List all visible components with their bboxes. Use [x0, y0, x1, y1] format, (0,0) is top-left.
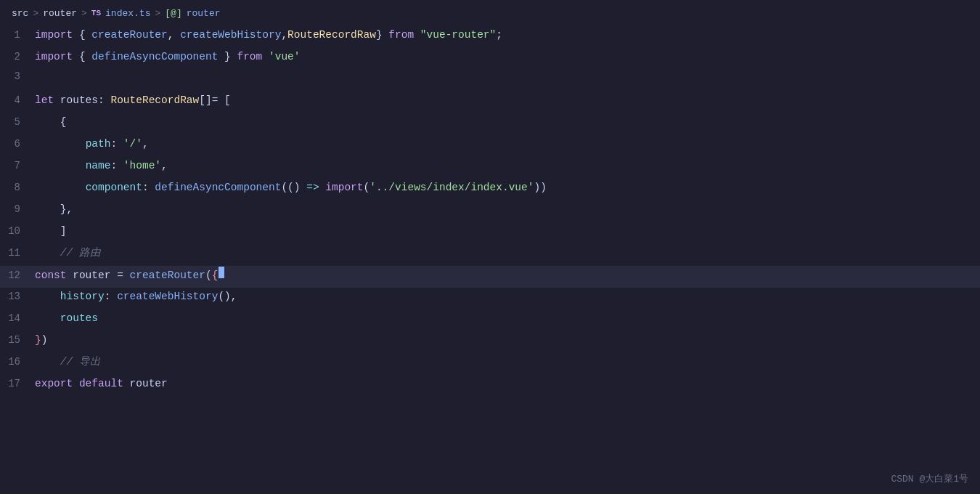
code-lines: 1import { createRouter, createWebHistory… — [0, 26, 980, 397]
breadcrumb-sep2: > — [81, 8, 87, 19]
code-line: 4let routes: RouteRecordRaw[]= [ — [0, 92, 980, 113]
token-plain: ) — [41, 332, 48, 349]
token-plain — [54, 92, 60, 109]
breadcrumb-sep3: > — [155, 8, 160, 19]
token-plain: []= [ — [199, 92, 231, 109]
line-number: 15 — [0, 334, 35, 346]
code-line: 6 path: '/', — [0, 135, 980, 157]
token-type: RouteRecordRaw — [287, 27, 376, 44]
token-kw: import — [35, 27, 73, 44]
token-plain — [67, 267, 73, 284]
code-line: 8 component: defineAsyncComponent(() => … — [0, 179, 980, 201]
cursor — [219, 267, 224, 278]
line-number: 2 — [0, 51, 35, 62]
token-plain: = — [110, 267, 129, 284]
token-plain: } — [218, 49, 237, 65]
token-prop: history — [60, 288, 105, 305]
token-fn: createRouter — [91, 27, 167, 44]
code-line: 15}) — [0, 331, 980, 353]
code-line: 1import { createRouter, createWebHistory… — [0, 26, 980, 48]
token-prop: name — [86, 158, 111, 174]
token-plain — [414, 27, 420, 44]
token-plain: : — [110, 136, 123, 153]
token-plain: : — [142, 179, 155, 196]
line-number: 10 — [0, 225, 35, 237]
token-kw: default — [79, 376, 123, 392]
line-content: // 导出 — [35, 354, 101, 370]
token-var-name: router — [73, 267, 110, 284]
token-prop: routes — [60, 310, 98, 327]
code-line: 16 // 导出 — [0, 353, 980, 375]
token-plain: ( — [205, 267, 212, 284]
token-plain — [35, 136, 86, 153]
token-plain: { — [73, 27, 91, 44]
line-content: import { defineAsyncComponent } from 'vu… — [35, 49, 301, 65]
token-fn: createWebHistory — [180, 27, 281, 44]
token-plain: } — [376, 27, 388, 44]
line-number: 17 — [0, 378, 35, 389]
token-plain: (() — [281, 179, 300, 196]
token-kw: export — [35, 376, 73, 392]
token-prop: component — [86, 179, 142, 196]
line-number: 1 — [0, 29, 35, 41]
line-number: 9 — [0, 203, 35, 215]
line-content: }, — [35, 201, 73, 218]
token-str: '../views/index/index.vue' — [369, 179, 534, 196]
line-number: 5 — [0, 116, 35, 128]
breadcrumb-file: index.ts — [105, 8, 150, 19]
token-comment: // 导出 — [60, 354, 101, 370]
token-plain — [123, 376, 130, 392]
code-editor[interactable]: 1import { createRouter, createWebHistory… — [0, 26, 980, 494]
token-plain: : — [98, 92, 110, 109]
token-str: '/' — [123, 136, 142, 153]
line-number: 16 — [0, 356, 35, 368]
line-content: { — [35, 114, 67, 131]
code-line: 17export default router — [0, 375, 980, 397]
token-plain: { — [73, 49, 91, 65]
token-str: 'vue' — [269, 49, 301, 65]
code-line: 12const router = createRouter({ — [0, 266, 980, 288]
line-number: 3 — [0, 70, 35, 82]
watermark: CSDN @大白菜1号 — [891, 472, 968, 485]
line-number: 13 — [0, 291, 35, 302]
line-content: import { createRouter, createWebHistory,… — [35, 27, 502, 44]
token-plain: , — [161, 158, 168, 174]
token-comment: // 路由 — [60, 245, 101, 262]
code-line: 3 — [0, 70, 980, 92]
code-line: 11 // 路由 — [0, 244, 980, 266]
token-plain: : — [110, 158, 123, 174]
breadcrumb-src: src — [12, 8, 28, 19]
token-plain: , — [281, 27, 287, 44]
token-fn: createWebHistory — [117, 288, 218, 305]
line-number: 4 — [0, 94, 35, 106]
breadcrumb-sep1: > — [33, 8, 38, 19]
token-plain: }, — [35, 201, 73, 218]
line-number: 7 — [0, 160, 35, 171]
token-kw: import — [35, 49, 73, 65]
token-kw: from — [388, 27, 414, 44]
token-plain — [35, 179, 86, 196]
token-plain: (), — [218, 288, 237, 305]
line-content: name: 'home', — [35, 158, 168, 174]
code-line: 10 ] — [0, 222, 980, 244]
code-line: 9 }, — [0, 201, 980, 222]
token-plain: : — [105, 288, 117, 305]
token-bracket-open: { — [212, 267, 219, 284]
token-plain — [35, 310, 60, 327]
token-plain — [262, 49, 269, 65]
token-var-name: routes — [60, 92, 98, 109]
line-content: const router = createRouter({ — [35, 267, 224, 284]
token-kw: import — [325, 179, 363, 196]
line-content: export default router — [35, 376, 168, 392]
line-number: 8 — [0, 182, 35, 193]
token-str: 'home' — [123, 158, 161, 174]
breadcrumb-symbol: router — [187, 8, 221, 19]
line-number: 11 — [0, 247, 35, 259]
token-plain — [35, 158, 86, 174]
token-plain: ( — [364, 179, 370, 196]
line-content: let routes: RouteRecordRaw[]= [ — [35, 92, 231, 109]
token-plain: , — [142, 136, 149, 153]
line-content: component: defineAsyncComponent(() => im… — [35, 179, 547, 196]
line-content: routes — [35, 310, 98, 327]
token-fn: defineAsyncComponent — [91, 49, 218, 65]
